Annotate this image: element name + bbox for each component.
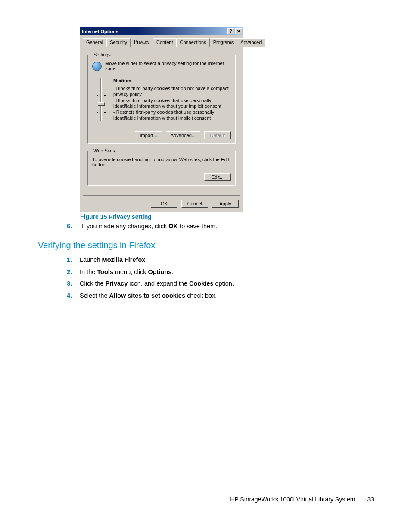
step-number: 6.: [67, 223, 80, 230]
help-button[interactable]: ?: [227, 28, 234, 34]
step-number: 2.: [67, 266, 80, 278]
tab-security[interactable]: Security: [106, 38, 131, 47]
tab-content[interactable]: Content: [153, 38, 177, 47]
websites-legend: Web Sites: [92, 148, 116, 153]
privacy-bullet: - Blocks third-party cookies that do not…: [113, 86, 230, 98]
step-text: Launch Mozilla Firefox.: [80, 254, 147, 266]
tab-privacy[interactable]: Privacy: [131, 38, 153, 47]
step-number: 1.: [67, 254, 80, 266]
tab-connections[interactable]: Connections: [176, 38, 209, 47]
page-footer: HP StorageWorks 1000i Virtual Library Sy…: [230, 496, 374, 503]
default-button: Default: [204, 131, 231, 139]
websites-group: Web Sites To override cookie handling fo…: [87, 148, 236, 186]
tab-advanced[interactable]: Advanced: [237, 38, 265, 47]
list-item: 3. Click the Privacy icon, and expand th…: [67, 278, 234, 290]
privacy-level: Medium: [113, 78, 230, 83]
close-button[interactable]: ✕: [235, 28, 242, 34]
slider-thumb[interactable]: [98, 102, 105, 106]
settings-legend: Settings: [92, 52, 112, 57]
privacy-bullet: - Blocks third-party cookies that use pe…: [113, 98, 230, 110]
tab-general[interactable]: General: [83, 38, 106, 47]
step-text: If you made any changes, click OK to sav…: [81, 223, 217, 230]
firefox-steps: 1. Launch Mozilla Firefox. 2. In the Too…: [67, 254, 234, 302]
privacy-bullet: - Restricts first-party cookies that use…: [113, 109, 230, 121]
step-6: 6. If you made any changes, click OK to …: [67, 223, 217, 230]
advanced-button[interactable]: Advanced...: [166, 131, 200, 139]
list-item: 1. Launch Mozilla Firefox.: [67, 254, 234, 266]
dialog-title: Internet Options: [82, 29, 227, 34]
step-number: 3.: [67, 278, 80, 290]
step-text: In the Tools menu, click Options.: [80, 266, 173, 278]
settings-group: Settings Move the slider to select a pri…: [87, 52, 236, 144]
dialog-button-row: OK Cancel Apply: [80, 198, 243, 212]
step-number: 4.: [67, 290, 80, 302]
settings-instruction: Move the slider to select a privacy sett…: [105, 61, 231, 71]
websites-text: To override cookie handling for individu…: [92, 157, 231, 167]
footer-text: HP StorageWorks 1000i Virtual Library Sy…: [230, 496, 355, 503]
figure-caption: Figure 15 Privacy setting: [80, 213, 152, 220]
list-item: 4. Select the Allow sites to set cookies…: [67, 290, 234, 302]
page-number: 33: [367, 496, 374, 503]
edit-button[interactable]: Edit...: [204, 173, 231, 181]
import-button[interactable]: Import...: [135, 131, 162, 139]
tab-programs[interactable]: Programs: [210, 38, 237, 47]
step-text: Select the Allow sites to set cookies ch…: [80, 290, 217, 302]
step-text: Click the Privacy icon, and expand the C…: [80, 278, 234, 290]
list-item: 2. In the Tools menu, click Options.: [67, 266, 234, 278]
ok-button[interactable]: OK: [151, 200, 177, 208]
internet-options-dialog: Internet Options ? ✕ General Security Pr…: [80, 27, 243, 212]
privacy-slider[interactable]: [92, 78, 109, 125]
tab-body: Settings Move the slider to select a pri…: [83, 47, 240, 196]
tab-strip: General Security Privacy Content Connect…: [80, 35, 243, 47]
apply-button[interactable]: Apply: [212, 200, 239, 208]
globe-icon: [92, 62, 102, 71]
section-heading: Verifying the settings in Firefox: [38, 240, 155, 250]
titlebar[interactable]: Internet Options ? ✕: [80, 27, 243, 35]
cancel-button[interactable]: Cancel: [181, 200, 208, 208]
